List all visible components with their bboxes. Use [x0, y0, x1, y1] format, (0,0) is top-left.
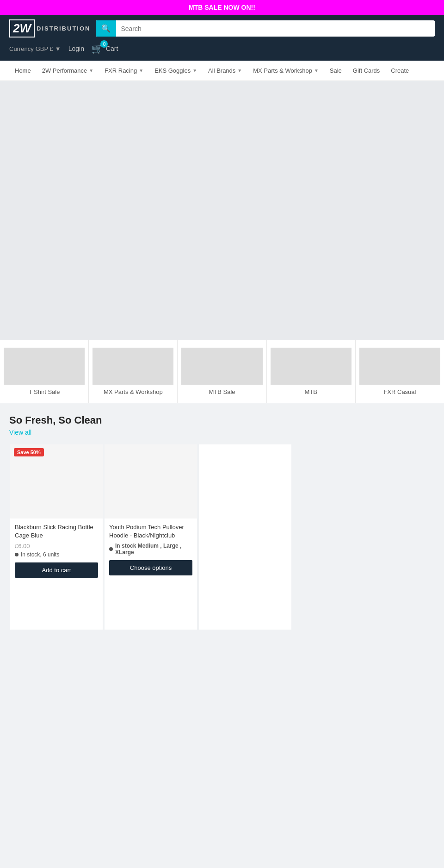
- category-thumb-mtb-sale: [181, 348, 262, 385]
- product-price-original-0: £6.00: [15, 543, 98, 550]
- nav-item-mx-parts-workshop[interactable]: MX Parts & Workshop ▼: [247, 61, 324, 81]
- category-thumb-mtb: [271, 348, 352, 385]
- category-thumb-mx: [92, 348, 173, 385]
- chevron-down-icon: ▼: [89, 68, 93, 73]
- choose-options-button-1[interactable]: Choose options: [109, 560, 192, 575]
- search-wrapper: 🔍: [96, 20, 435, 37]
- category-item-mtb-sale[interactable]: MTB Sale: [178, 340, 266, 403]
- stock-text-0: In stock, 6 units: [21, 551, 59, 558]
- chevron-down-icon: ▼: [314, 68, 319, 73]
- product-card-2: [199, 444, 291, 630]
- top-banner: MTB SALE NOW ON!!: [0, 0, 444, 15]
- category-thumb-fxr: [359, 348, 440, 385]
- category-item-fxr-casual[interactable]: FXR Casual: [356, 340, 444, 403]
- nav-item-create[interactable]: Create: [385, 61, 414, 81]
- nav-item-2w-performance[interactable]: 2W Performance ▼: [37, 61, 99, 81]
- view-all-link[interactable]: View all: [9, 429, 31, 436]
- product-card-0: Save 50% Blackburn Slick Racing Bottle C…: [10, 444, 103, 630]
- cart-label: Cart: [106, 45, 118, 52]
- category-item-mtb[interactable]: MTB: [267, 340, 356, 403]
- currency-label: Currency: [9, 45, 34, 52]
- logo[interactable]: 2W DISTRIBUTION: [9, 19, 90, 37]
- stock-text-1: In stock Medium , Large , XLarge: [115, 543, 192, 556]
- search-button[interactable]: 🔍: [96, 20, 116, 37]
- product-name-1: Youth Podium Tech Pullover Hoodie - Blac…: [109, 523, 192, 540]
- logo-dist: DISTRIBUTION: [37, 25, 90, 32]
- stock-indicator-0: In stock, 6 units: [15, 551, 98, 558]
- nav-item-gift-cards[interactable]: Gift Cards: [347, 61, 386, 81]
- category-item-mx-parts-workshop[interactable]: MX Parts & Workshop: [89, 340, 178, 403]
- hero-area: [0, 81, 444, 340]
- section-so-fresh: So Fresh, So Clean View all Save 50% Bla…: [0, 403, 444, 642]
- product-card-1: Youth Podium Tech Pullover Hoodie - Blac…: [105, 444, 197, 630]
- product-info-0: Blackburn Slick Racing Bottle Cage Blue …: [10, 518, 103, 558]
- login-link[interactable]: Login: [68, 45, 84, 52]
- currency-chevron-icon: ▼: [55, 45, 61, 52]
- nav: Home 2W Performance ▼ FXR Racing ▼ EKS G…: [0, 61, 444, 81]
- logo-2w: 2W: [9, 19, 35, 37]
- product-name-0: Blackburn Slick Racing Bottle Cage Blue: [15, 523, 98, 540]
- add-to-cart-button-0[interactable]: Add to cart: [15, 562, 98, 578]
- nav-item-home[interactable]: Home: [9, 61, 37, 81]
- cart-wrapper[interactable]: 🛒 0 Cart: [92, 43, 118, 54]
- currency-value: GBP £: [36, 45, 53, 52]
- section-title: So Fresh, So Clean: [9, 414, 435, 426]
- header-top-row: 2W DISTRIBUTION 🔍: [9, 19, 435, 37]
- category-item-tshirt-sale[interactable]: T Shirt Sale: [0, 340, 89, 403]
- nav-item-eks-goggles[interactable]: EKS Goggles ▼: [149, 61, 203, 81]
- nav-item-sale[interactable]: Sale: [324, 61, 347, 81]
- product-grid: Save 50% Blackburn Slick Racing Bottle C…: [9, 443, 435, 631]
- product-info-1: Youth Podium Tech Pullover Hoodie - Blac…: [105, 518, 197, 556]
- stock-dot-1: [109, 547, 113, 551]
- search-input[interactable]: [116, 21, 435, 36]
- save-badge-0: Save 50%: [14, 448, 44, 456]
- header: 2W DISTRIBUTION 🔍 Currency GBP £ ▼ Login…: [0, 15, 444, 61]
- chevron-down-icon: ▼: [192, 68, 197, 73]
- nav-item-fxr-racing[interactable]: FXR Racing ▼: [99, 61, 149, 81]
- header-meta: Currency GBP £ ▼ Login 🛒 0 Cart: [9, 41, 435, 56]
- banner-text: MTB SALE NOW ON!!: [189, 4, 255, 11]
- category-strip: T Shirt Sale MX Parts & Workshop MTB Sal…: [0, 340, 444, 403]
- stock-indicator-1: In stock Medium , Large , XLarge: [109, 543, 192, 556]
- product-image-1: [105, 444, 197, 518]
- nav-item-all-brands[interactable]: All Brands ▼: [203, 61, 247, 81]
- chevron-down-icon: ▼: [139, 68, 143, 73]
- chevron-down-icon: ▼: [237, 68, 242, 73]
- currency-selector[interactable]: Currency GBP £ ▼: [9, 45, 61, 52]
- stock-dot-0: [15, 553, 18, 556]
- category-thumb-tshirt: [4, 348, 85, 385]
